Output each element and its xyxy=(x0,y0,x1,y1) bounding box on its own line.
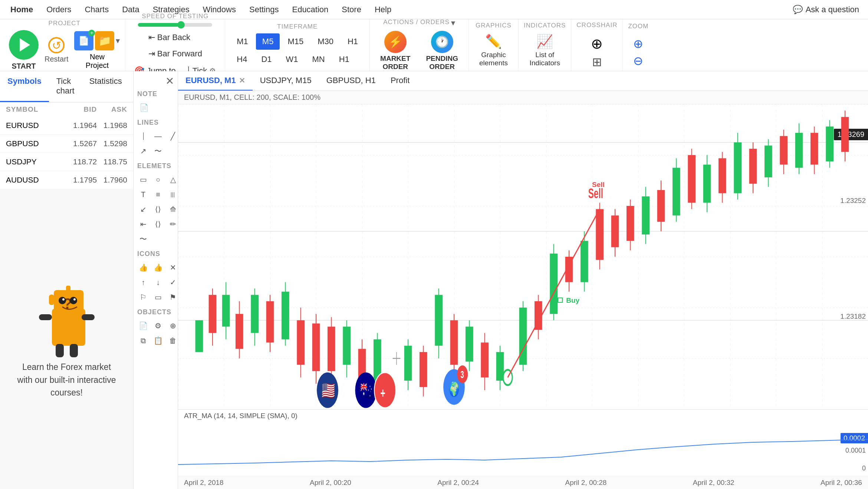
check-tool[interactable]: ✓ xyxy=(166,276,178,289)
thumbs-up2-tool[interactable]: 👍 xyxy=(151,261,165,274)
tf-h1-top[interactable]: H1 xyxy=(341,33,364,50)
diagonal-line-tool[interactable]: ╱ xyxy=(166,129,178,143)
tf-h4[interactable]: H4 xyxy=(230,51,253,68)
mascot-text: Learn the Forex marketwith our built-in … xyxy=(17,361,116,399)
vertical-line-tool[interactable]: ⏐ xyxy=(137,129,150,143)
tf-h1-bot[interactable]: H1 xyxy=(333,51,356,68)
tf-m30[interactable]: M30 xyxy=(311,33,340,50)
price-channel-tool[interactable]: ⫼ xyxy=(166,188,178,201)
object-paste-tool[interactable]: 📋 xyxy=(151,334,165,347)
crosshair-plus-icon[interactable]: ⊞ xyxy=(592,55,602,69)
up-arrow-tool[interactable]: ↑ xyxy=(137,276,150,289)
menu-help[interactable]: Help xyxy=(368,3,398,17)
main-content: Symbols Tick chart Statistics ✕ SYMBOL B… xyxy=(0,71,868,489)
circle-tool[interactable]: ○ xyxy=(151,173,165,186)
crosshair-icon[interactable]: ⊕ xyxy=(591,36,603,52)
tab-statistics[interactable]: Statistics xyxy=(82,71,129,102)
horizontal-line-tool[interactable]: — xyxy=(151,129,165,143)
tab-usdjpy-m15[interactable]: USDJPY, M15 xyxy=(253,71,319,91)
chart-area[interactable]: 1.23269 1.23252 1.23182 Sell Buy xyxy=(178,104,868,409)
symbol-ask-gbpusd: 1.5298 xyxy=(97,139,127,148)
flag2-tool[interactable]: ⚑ xyxy=(166,291,178,304)
zoom-out-button[interactable]: ⊖ xyxy=(633,54,643,68)
flag-tool[interactable]: ⚐ xyxy=(137,291,150,304)
timeframe-label: TIMEFRAME xyxy=(277,23,318,30)
tf-m1[interactable]: M1 xyxy=(230,33,254,50)
svg-rect-82 xyxy=(673,168,680,215)
time-4: April 2, 00:32 xyxy=(693,479,734,487)
tf-w1[interactable]: W1 xyxy=(280,51,305,68)
object-copy-tool[interactable]: ⧉ xyxy=(137,334,150,347)
note-tool[interactable]: 📄 xyxy=(137,101,151,114)
speed-bar[interactable] xyxy=(138,23,212,27)
tf-m5[interactable]: M5 xyxy=(256,33,280,50)
left-tabs: Symbols Tick chart Statistics ✕ xyxy=(0,71,133,102)
x-tool[interactable]: ✕ xyxy=(166,261,178,274)
tf-m15[interactable]: M15 xyxy=(281,33,310,50)
bar-back-button[interactable]: ⇤ Bar Back xyxy=(145,30,206,45)
pitchfork-tool[interactable]: ⇤ xyxy=(137,217,150,231)
candlestick-chart: Sell xyxy=(178,104,868,409)
ask-question-button[interactable]: 💬 Ask a question xyxy=(788,3,864,17)
brush-tool[interactable]: ✏ xyxy=(166,217,178,231)
tab-gbpusd-h1[interactable]: GBPUSD, H1 xyxy=(319,71,383,91)
note-section-label: NOTE xyxy=(134,87,178,99)
arrow-tool[interactable]: ↗ xyxy=(137,144,150,158)
tab-eurusd-m1[interactable]: EURUSD, M1 ✕ xyxy=(178,71,253,91)
tab-usdjpy-m15-label: USDJPY, M15 xyxy=(260,76,312,85)
tf-mn[interactable]: MN xyxy=(306,51,331,68)
restart-button[interactable]: ↺ Restart xyxy=(45,37,68,63)
symbol-row-usdjpy[interactable]: USDJPY 118.72 118.75 xyxy=(0,153,133,171)
object-target-tool[interactable]: ⊕ xyxy=(166,319,178,332)
graphic-elements-button[interactable]: ✏️ Graphic elements xyxy=(474,32,513,69)
symbol-row-audusd[interactable]: AUDUSD 1.1795 1.7960 xyxy=(0,171,133,189)
drawing-panel-close-button[interactable]: ✕ xyxy=(134,71,178,87)
wave-tool[interactable]: 〜 xyxy=(151,144,165,158)
menu-orders[interactable]: Orders xyxy=(40,3,78,17)
gartley-tool[interactable]: ⟨⟩ xyxy=(151,217,165,231)
market-order-button[interactable]: ⚡ MARKET ORDER xyxy=(375,29,415,72)
start-button[interactable] xyxy=(9,30,39,60)
menu-store[interactable]: Store xyxy=(335,3,368,17)
restart-label: Restart xyxy=(45,55,68,63)
object-gear-tool[interactable]: ⚙ xyxy=(151,319,165,332)
icons-section-label: ICONS xyxy=(134,247,178,259)
tab-symbols[interactable]: Symbols xyxy=(0,71,49,102)
text-tool[interactable]: T xyxy=(137,188,150,201)
market-order-icon: ⚡ xyxy=(384,31,407,53)
label-tool[interactable]: ≡ xyxy=(151,188,165,201)
svg-rect-32 xyxy=(297,320,305,365)
triangle-tool[interactable]: △ xyxy=(166,173,178,186)
fib-tool[interactable]: ⟨⟩ xyxy=(151,203,165,216)
zoom-in-button[interactable]: ⊕ xyxy=(633,37,643,51)
menu-settings[interactable]: Settings xyxy=(243,3,286,17)
tab-eurusd-m1-close[interactable]: ✕ xyxy=(239,76,245,85)
menu-home[interactable]: Home xyxy=(4,3,40,17)
pending-order-button[interactable]: 🕐 PENDING ORDER xyxy=(421,29,463,72)
symbol-row-gbpusd[interactable]: GBPUSD 1.5267 1.5298 xyxy=(0,135,133,153)
svg-point-6 xyxy=(73,298,76,301)
project-dropdown[interactable]: ▾ xyxy=(116,36,120,46)
box-tool[interactable]: ▭ xyxy=(151,291,165,304)
gann-tool[interactable]: ↙ xyxy=(137,203,150,216)
mascot-svg: ? xyxy=(33,279,100,361)
tf-d1[interactable]: D1 xyxy=(255,51,278,68)
actions-section: ACTIONS / ORDERS ▾ ⚡ MARKET ORDER 🕐 PEND… xyxy=(370,19,469,71)
down-arrow-tool[interactable]: ↓ xyxy=(151,276,165,289)
actions-dropdown[interactable]: ▾ xyxy=(451,18,455,28)
fib2-tool[interactable]: ⟰ xyxy=(166,203,178,216)
menu-data[interactable]: Data xyxy=(115,3,146,17)
thumbs-up-tool[interactable]: 👍 xyxy=(137,261,150,274)
menu-education[interactable]: Education xyxy=(285,3,335,17)
speed-bar-thumb[interactable] xyxy=(177,21,185,29)
freehand-tool[interactable]: 〜 xyxy=(137,232,150,246)
tab-profit[interactable]: Profit xyxy=(383,71,417,91)
list-indicators-button[interactable]: 📈 List of Indicators xyxy=(525,32,565,69)
object-delete-tool[interactable]: 🗑 xyxy=(166,334,178,347)
menu-charts[interactable]: Charts xyxy=(78,3,115,17)
bar-forward-button[interactable]: ⇥ Bar Forward xyxy=(145,47,206,61)
rect-tool[interactable]: ▭ xyxy=(137,173,150,186)
tab-tick-chart[interactable]: Tick chart xyxy=(49,71,82,102)
symbol-row-eurusd[interactable]: EURUSD 1.1964 1.1968 xyxy=(0,116,133,135)
object-doc-tool[interactable]: 📄 xyxy=(137,319,150,332)
